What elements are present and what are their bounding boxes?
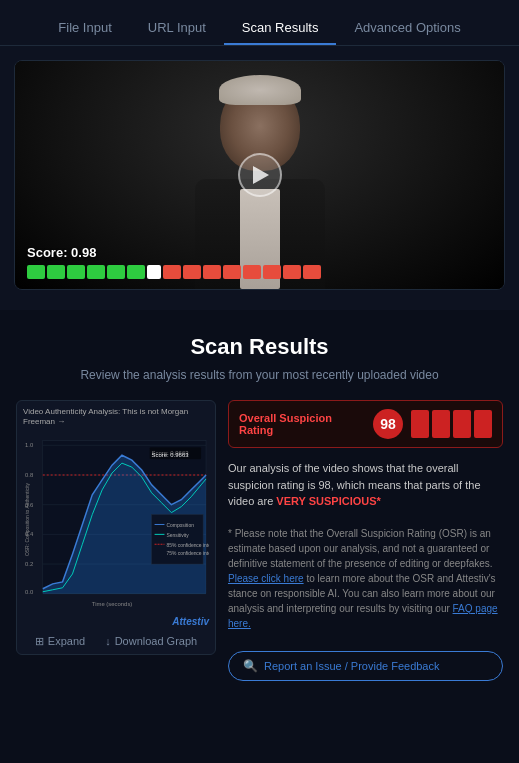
score-block-green-5 <box>107 265 125 279</box>
score-block-green-2 <box>47 265 65 279</box>
score-label: Score: 0.98 <box>27 245 321 260</box>
analysis-text: Our analysis of the video shows that the… <box>228 460 503 510</box>
chart-actions: ⊞ Expand ↓ Download Graph <box>23 635 209 648</box>
osr-box: Overall Suspicion Rating 98 <box>228 400 503 448</box>
analysis-highlight: VERY SUSPICIOUS* <box>276 495 381 507</box>
osr-label: Overall Suspicion Rating <box>239 412 365 436</box>
report-label: Report an Issue / Provide Feedback <box>264 660 439 672</box>
expand-label: Expand <box>48 635 85 647</box>
section-title: Scan Results <box>16 334 503 360</box>
svg-text:0.2: 0.2 <box>25 561 33 567</box>
note-content: * Please note that the Overall Suspicion… <box>228 528 493 569</box>
osr-bar-4 <box>474 410 492 438</box>
chart-logo: Attestiv <box>23 616 209 627</box>
svg-text:Composition: Composition <box>166 523 194 528</box>
score-block-red-7 <box>283 265 301 279</box>
expand-icon: ⊞ <box>35 635 44 648</box>
download-icon: ↓ <box>105 635 111 647</box>
svg-text:0.0: 0.0 <box>25 589 34 595</box>
right-panel: Overall Suspicion Rating 98 Our analysis… <box>228 400 503 681</box>
score-block-green-6 <box>127 265 145 279</box>
svg-text:75% confidence interval: 75% confidence interval <box>166 551 209 556</box>
tab-advanced-options[interactable]: Advanced Options <box>336 12 478 45</box>
top-section: File Input URL Input Scan Results Advanc… <box>0 0 519 310</box>
play-icon <box>253 166 269 184</box>
tab-bar: File Input URL Input Scan Results Advanc… <box>0 0 519 46</box>
score-overlay: Score: 0.98 <box>27 245 321 279</box>
score-block-red-5 <box>243 265 261 279</box>
svg-text:85% confidence interval: 85% confidence interval <box>166 543 209 548</box>
score-block-red-6 <box>263 265 281 279</box>
chart-area: 1.0 0.8 0.6 0.4 0.2 0.0 <box>23 432 209 612</box>
svg-text:Time (seconds): Time (seconds) <box>92 600 133 606</box>
expand-button[interactable]: ⊞ Expand <box>35 635 85 648</box>
section-subtitle: Review the analysis results from your mo… <box>16 368 503 382</box>
tab-file-input[interactable]: File Input <box>40 12 129 45</box>
svg-text:0.8: 0.8 <box>25 472 34 478</box>
svg-text:1.0: 1.0 <box>25 442 34 448</box>
score-block-red-4 <box>223 265 241 279</box>
tab-scan-results[interactable]: Scan Results <box>224 12 337 45</box>
osr-bar-1 <box>411 410 429 438</box>
svg-rect-19 <box>152 514 203 563</box>
play-button[interactable] <box>238 153 282 197</box>
score-block-red-8 <box>303 265 321 279</box>
learn-more-link[interactable]: Please click here <box>228 573 304 584</box>
report-button[interactable]: 🔍 Report an Issue / Provide Feedback <box>228 651 503 681</box>
score-block-red-3 <box>203 265 221 279</box>
score-block-red-1 <box>163 265 181 279</box>
svg-text:Sensitivity: Sensitivity <box>166 533 189 538</box>
score-block-green-1 <box>27 265 45 279</box>
video-player: Score: 0.98 <box>14 60 505 290</box>
osr-bar-3 <box>453 410 471 438</box>
osr-bars <box>411 410 492 438</box>
score-block-green-4 <box>87 265 105 279</box>
svg-text:Score: 0.9663: Score: 0.9663 <box>152 452 190 458</box>
score-block-white <box>147 265 161 279</box>
chart-container: Video Authenticity Analysis: This is not… <box>16 400 216 655</box>
download-label: Download Graph <box>115 635 198 647</box>
score-block-green-3 <box>67 265 85 279</box>
download-graph-button[interactable]: ↓ Download Graph <box>105 635 197 648</box>
osr-score: 98 <box>373 409 403 439</box>
note-text: * Please note that the Overall Suspicion… <box>228 526 503 631</box>
svg-text:OSR: Composition to Authentici: OSR: Composition to Authenticity <box>25 482 30 556</box>
score-block-red-2 <box>183 265 201 279</box>
bottom-section: Scan Results Review the analysis results… <box>0 310 519 701</box>
report-icon: 🔍 <box>243 659 258 673</box>
tab-url-input[interactable]: URL Input <box>130 12 224 45</box>
chart-svg: 1.0 0.8 0.6 0.4 0.2 0.0 <box>23 432 209 612</box>
chart-title: Video Authenticity Analysis: This is not… <box>23 407 209 428</box>
analysis-row: Video Authenticity Analysis: This is not… <box>16 400 503 681</box>
score-bar <box>27 265 321 279</box>
osr-bar-2 <box>432 410 450 438</box>
